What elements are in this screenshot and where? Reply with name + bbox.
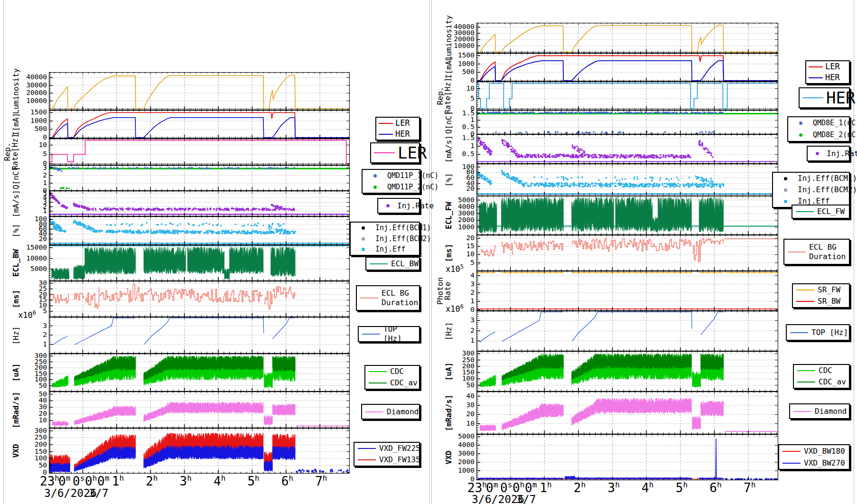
legend-left-qmd: QMD11P_1(nC)QMD11P_2(nC) xyxy=(362,169,420,194)
left-injrate-plot xyxy=(49,191,350,216)
left-rep-plot xyxy=(49,139,350,165)
legend-left-ring-big: LER xyxy=(370,142,420,163)
right-diamond-axis-title: [mRad/s] xyxy=(445,394,453,431)
axis-tick-label: 5000 xyxy=(440,433,475,440)
right-injeff-axis-title: [%] xyxy=(445,173,453,187)
x-axis-label: 0s xyxy=(73,475,84,487)
line-swatch-icon xyxy=(376,134,395,135)
left-top-plot xyxy=(49,317,350,354)
x-axis-label: 0h xyxy=(85,475,97,487)
x-axis-label: 0m xyxy=(58,475,70,487)
legend-item: CDC_av xyxy=(794,376,849,388)
legend-item: TOP [Hz] xyxy=(787,325,849,340)
legend-label: TOP [Hz] xyxy=(811,328,848,337)
axis-tick-label: 30 xyxy=(13,280,47,287)
legend-item: Inj.Eff(BCM1) xyxy=(351,223,419,233)
date-label: 3/7 xyxy=(89,488,109,499)
legend-item: Inj.Rate xyxy=(808,147,849,160)
x-axis-label: 4h xyxy=(642,481,653,494)
legend-label: TOP [Hz] xyxy=(383,325,419,344)
legend-item: Diamond xyxy=(362,405,419,419)
legend-label: QMD8E_2(nC) xyxy=(813,131,857,140)
axis-tick-label: 20 xyxy=(440,234,475,242)
legend-item: LER xyxy=(376,118,419,129)
line-swatch-icon xyxy=(354,459,379,460)
axis-tick-label: 50 xyxy=(440,382,475,389)
left-vxd-canvas xyxy=(49,428,350,474)
right-injrate-axis-title: [mA/s] xyxy=(445,135,453,163)
legend-item: ECL BG Duration xyxy=(784,240,849,264)
right-current-axis-title: I[mA] xyxy=(445,56,453,79)
left-injrate-canvas xyxy=(49,191,350,216)
right-eclfw-plot xyxy=(476,196,778,235)
legend-item: Inj.Eff xyxy=(351,244,419,255)
legend-item: SR_FW xyxy=(793,284,849,296)
left-eclbw-canvas xyxy=(49,245,350,281)
left-lum-plot xyxy=(49,72,350,110)
marker-dot-icon xyxy=(351,226,375,230)
legend-label: SR_FW xyxy=(818,285,840,295)
legend-label: QMD11P_2(nC) xyxy=(387,183,438,192)
legend-item: Inj.Eff(BCM2) xyxy=(351,233,419,244)
x-axis-label: 6h xyxy=(709,481,721,494)
x-axis-label: 0m xyxy=(486,481,498,494)
marker-dot-icon xyxy=(351,237,375,241)
x-axis-label: 2h xyxy=(146,475,158,487)
right-top-canvas xyxy=(476,311,778,351)
legend-label: SR_BW xyxy=(818,297,840,306)
right-eclfw-axis-title: ECL_FW xyxy=(445,202,453,229)
legend-item: SR_BW xyxy=(793,296,849,307)
line-swatch-icon xyxy=(357,298,382,299)
x-axis-label: 3h xyxy=(180,475,192,487)
line-swatch-icon xyxy=(806,66,825,67)
legend-item: Diamond xyxy=(790,404,849,418)
legend-label: Diamond xyxy=(815,407,847,416)
line-swatch-icon xyxy=(806,77,825,78)
legend-label: ECL BG Duration xyxy=(809,243,846,261)
left-top-axis-title: [Hz] xyxy=(12,326,20,345)
legend-label: Diamond xyxy=(387,407,419,417)
left-q-canvas xyxy=(49,165,350,191)
marker-dot-icon xyxy=(788,121,813,125)
right-top-axis-title: [Hz] xyxy=(445,322,453,340)
line-swatch-icon xyxy=(371,152,398,153)
left-eclbg-canvas xyxy=(49,281,350,317)
left-cdc-axis-title: [uA] xyxy=(12,364,20,382)
legend-item: Inj.Eff(BCM2) xyxy=(773,184,849,196)
x-axis-label: 1h xyxy=(540,481,551,494)
left-eclbw-plot xyxy=(49,245,350,281)
legend-label: Inj.Rate xyxy=(397,201,434,211)
left-current-plot xyxy=(49,110,350,139)
legend-label: VXD_BW180 xyxy=(804,447,845,456)
legend-item: HER xyxy=(800,88,849,108)
left-injeff-canvas xyxy=(49,216,350,245)
marker-dot-icon xyxy=(363,186,387,189)
line-swatch-icon xyxy=(790,411,815,412)
right-current-canvas xyxy=(476,53,778,82)
left-q-plot xyxy=(49,165,350,191)
legend-label: LER xyxy=(825,62,840,72)
legend-label: CDC xyxy=(390,367,404,376)
legend-left-vxd: VXD_FW225VXD_FW135 xyxy=(354,442,420,467)
line-swatch-icon xyxy=(794,370,819,371)
axis-tick-label: 50 xyxy=(13,462,47,469)
panel-divider xyxy=(431,0,432,504)
right-diamond-canvas xyxy=(476,392,778,434)
left-top-canvas xyxy=(49,317,350,354)
axis-tick-label: 1000 xyxy=(440,467,475,474)
right-cdc-canvas xyxy=(476,351,778,392)
panel-divider xyxy=(429,0,430,504)
right-diamond-plot xyxy=(476,392,778,434)
axis-scale-prefix: x106 xyxy=(431,303,464,314)
legend-item: LER xyxy=(806,61,849,72)
marker-dot-icon xyxy=(378,204,397,207)
line-swatch-icon xyxy=(784,252,809,252)
axis-scale-prefix: x106 xyxy=(4,309,36,320)
legend-item: ECL_BW xyxy=(366,258,419,270)
legend-label: ECL_BW xyxy=(391,259,419,269)
x-axis-label: 23h xyxy=(40,475,59,487)
legend-item: VXD_BW270 xyxy=(779,457,849,469)
legend-item: Inj.Rate xyxy=(378,199,419,213)
right-vxd-axis-title: VXD xyxy=(445,450,453,464)
right-eclfw-canvas xyxy=(476,196,778,235)
